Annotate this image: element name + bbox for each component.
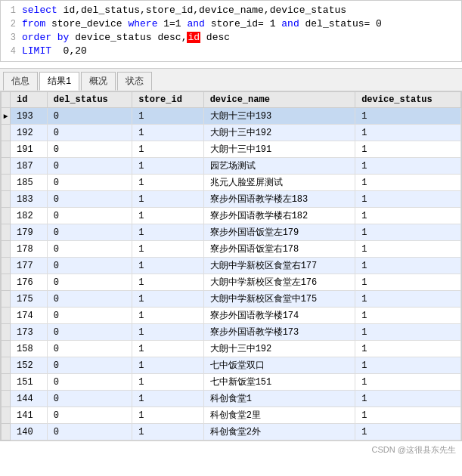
table-row[interactable]: 14101科创食堂2里1 bbox=[2, 407, 461, 424]
row-indicator bbox=[2, 141, 11, 158]
cell-device-status: 1 bbox=[355, 208, 461, 224]
tab-状态[interactable]: 状态 bbox=[117, 72, 152, 91]
table-row[interactable]: 14401科创食堂11 bbox=[2, 391, 461, 407]
table-row[interactable]: 17601大朗中学新校区食堂左1761 bbox=[2, 274, 461, 291]
line-number: 4 bbox=[1, 45, 22, 58]
cell-device-name: 寮步外国语教学楼右182 bbox=[203, 208, 355, 224]
table-row[interactable]: ►19301大朗十三中1931 bbox=[2, 108, 461, 125]
table-row[interactable]: 17401寮步外国语教学楼1741 bbox=[2, 308, 461, 324]
cell-store-id: 1 bbox=[132, 407, 203, 424]
cell-device-status: 1 bbox=[355, 108, 461, 125]
cell-id: 193 bbox=[11, 108, 48, 125]
row-indicator bbox=[2, 407, 11, 424]
sql-keyword: from bbox=[22, 18, 45, 29]
cell-del-status: 0 bbox=[47, 341, 132, 357]
cell-device-status: 1 bbox=[355, 158, 461, 175]
current-row-arrow: ► bbox=[3, 113, 8, 121]
cell-device-status: 1 bbox=[355, 241, 461, 258]
footer: CSDN @这很县东先生 bbox=[0, 441, 462, 459]
row-indicator bbox=[2, 357, 11, 374]
cell-del-status: 0 bbox=[47, 391, 132, 407]
table-row[interactable]: 18701园艺场测试1 bbox=[2, 158, 461, 175]
results-table-container: iddel_statusstore_iddevice_namedevice_st… bbox=[0, 91, 462, 441]
line-number: 2 bbox=[1, 17, 22, 31]
cell-id: 187 bbox=[11, 158, 48, 175]
cell-id: 174 bbox=[11, 308, 48, 324]
row-indicator bbox=[2, 291, 11, 308]
table-row[interactable]: 18201寮步外国语教学楼右1821 bbox=[2, 208, 461, 224]
cell-device-status: 1 bbox=[355, 125, 461, 141]
cell-id: 177 bbox=[11, 258, 48, 274]
cell-del-status: 0 bbox=[47, 258, 132, 274]
cell-del-status: 0 bbox=[47, 208, 132, 224]
cell-del-status: 0 bbox=[47, 241, 132, 258]
cell-store-id: 1 bbox=[132, 208, 203, 224]
table-row[interactable]: 17901寮步外国语饭堂左1791 bbox=[2, 224, 461, 241]
cell-store-id: 1 bbox=[132, 341, 203, 357]
cell-device-name: 寮步外国语教学楼173 bbox=[203, 324, 355, 341]
sql-keyword: where bbox=[128, 18, 157, 29]
footer-text: CSDN @这很县东先生 bbox=[372, 445, 456, 454]
sql-line: 4LIMIT 0,20 bbox=[1, 45, 461, 58]
sql-keyword: order by bbox=[22, 32, 69, 43]
cell-device-status: 1 bbox=[355, 191, 461, 208]
table-row[interactable]: 17501大朗中学新校区食堂中1751 bbox=[2, 291, 461, 308]
cell-device-name: 大朗十三中191 bbox=[203, 141, 355, 158]
row-indicator bbox=[2, 258, 11, 274]
sql-editor[interactable]: 1select id,del_status,store_id,device_na… bbox=[0, 0, 462, 62]
table-row[interactable]: 19101大朗十三中1911 bbox=[2, 141, 461, 158]
cell-device-name: 大朗十三中193 bbox=[203, 108, 355, 125]
cell-del-status: 0 bbox=[47, 158, 132, 175]
row-indicator bbox=[2, 308, 11, 324]
cell-id: 173 bbox=[11, 324, 48, 341]
results-table: iddel_statusstore_iddevice_namedevice_st… bbox=[1, 91, 461, 440]
cell-store-id: 1 bbox=[132, 175, 203, 191]
table-row[interactable]: 15801大朗十三中1921 bbox=[2, 341, 461, 357]
cell-store-id: 1 bbox=[132, 191, 203, 208]
cell-device-status: 1 bbox=[355, 341, 461, 357]
sql-line: 2from store_device where 1=1 and store_i… bbox=[1, 17, 461, 31]
row-indicator bbox=[2, 224, 11, 241]
table-row[interactable]: 18501兆元人脸竖屏测试1 bbox=[2, 175, 461, 191]
tab-结果1[interactable]: 结果1 bbox=[39, 72, 79, 91]
line-number: 3 bbox=[1, 31, 22, 45]
table-row[interactable]: 15101七中新饭堂1511 bbox=[2, 374, 461, 391]
sql-keyword: select bbox=[22, 5, 57, 16]
cell-device-status: 1 bbox=[355, 391, 461, 407]
tab-概况[interactable]: 概况 bbox=[81, 72, 116, 91]
row-indicator bbox=[2, 241, 11, 258]
cell-id: 178 bbox=[11, 241, 48, 258]
table-row[interactable]: 18301寮步外国语教学楼左1831 bbox=[2, 191, 461, 208]
cell-id: 140 bbox=[11, 424, 48, 440]
table-row[interactable]: 15201七中饭堂双口1 bbox=[2, 357, 461, 374]
row-indicator bbox=[2, 274, 11, 291]
cell-del-status: 0 bbox=[47, 308, 132, 324]
cell-store-id: 1 bbox=[132, 241, 203, 258]
cell-id: 183 bbox=[11, 191, 48, 208]
tab-信息[interactable]: 信息 bbox=[3, 72, 38, 91]
cell-store-id: 1 bbox=[132, 308, 203, 324]
cell-device-name: 七中新饭堂151 bbox=[203, 374, 355, 391]
sql-line: 1select id,del_status,store_id,device_na… bbox=[1, 4, 461, 17]
cell-store-id: 1 bbox=[132, 158, 203, 175]
cell-device-name: 大朗中学新校区食堂中175 bbox=[203, 291, 355, 308]
column-header-device_status: device_status bbox=[355, 92, 461, 108]
sql-line: 3order by device_status desc,id desc bbox=[1, 31, 461, 45]
cell-device-name: 大朗十三中192 bbox=[203, 341, 355, 357]
table-row[interactable]: 19201大朗十三中1921 bbox=[2, 125, 461, 141]
cell-del-status: 0 bbox=[47, 175, 132, 191]
cell-device-status: 1 bbox=[355, 424, 461, 440]
cell-device-status: 1 bbox=[355, 274, 461, 291]
cell-device-status: 1 bbox=[355, 324, 461, 341]
cell-del-status: 0 bbox=[47, 357, 132, 374]
table-row[interactable]: 17301寮步外国语教学楼1731 bbox=[2, 324, 461, 341]
column-header-indicator bbox=[2, 92, 11, 108]
cell-device-status: 1 bbox=[355, 141, 461, 158]
cell-device-status: 1 bbox=[355, 357, 461, 374]
table-row[interactable]: 17801寮步外国语饭堂右1781 bbox=[2, 241, 461, 258]
table-row[interactable]: 17701大朗中学新校区食堂右1771 bbox=[2, 258, 461, 274]
cell-device-name: 科创食堂2里 bbox=[203, 407, 355, 424]
cell-store-id: 1 bbox=[132, 141, 203, 158]
table-row[interactable]: 14001科创食堂2外1 bbox=[2, 424, 461, 440]
row-indicator bbox=[2, 125, 11, 141]
